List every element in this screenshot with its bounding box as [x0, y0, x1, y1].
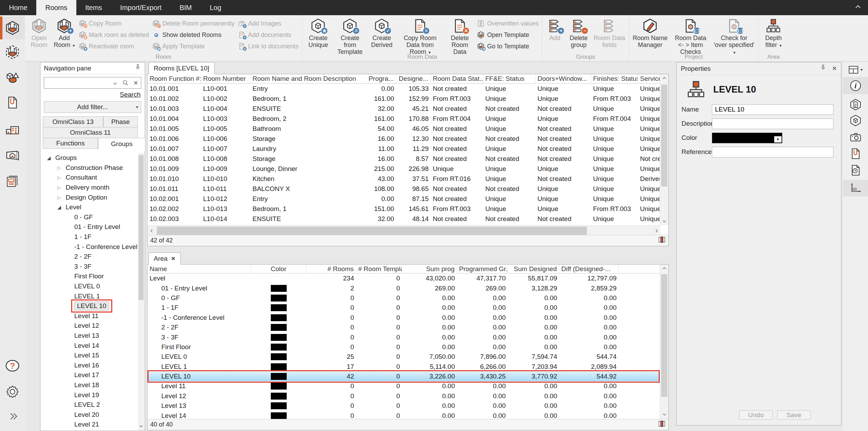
table-row[interactable]: 10.01.002 L10-002 Bedroom, 1 161.00 152.… — [147, 94, 660, 104]
color-swatch[interactable] — [271, 363, 287, 370]
pin-icon[interactable] — [134, 64, 141, 73]
column-header[interactable]: Progra... — [369, 74, 396, 83]
module-documents-button[interactable] — [0, 91, 25, 114]
menu-tab-rooms[interactable]: Rooms — [36, 0, 76, 15]
module-room-templates-button[interactable] — [0, 41, 25, 64]
tree-caret-icon[interactable] — [57, 165, 66, 171]
scrollbar-thumb[interactable] — [157, 227, 587, 235]
tree-item[interactable]: Level 22 — [41, 430, 138, 431]
area-tab[interactable]: Area ✕ — [149, 252, 181, 265]
column-header[interactable]: Sum Designed — [508, 265, 559, 273]
tree-item[interactable]: Level 12 — [41, 321, 138, 331]
description-field[interactable] — [712, 118, 833, 129]
tree-item[interactable]: 3 - 3F — [41, 262, 138, 272]
tree-scrollbar-thumb[interactable] — [139, 155, 144, 300]
table-row[interactable]: 3 - 3F 0 0 0.00 0.00 0.00 0.00 — [147, 332, 660, 342]
dropdown-arrow-icon[interactable]: ▼ — [774, 136, 782, 143]
table-row[interactable]: 10.01.011 L10-011 BALCONY X 108.00 98.65… — [147, 184, 660, 194]
tree-item[interactable]: Consultant — [41, 173, 138, 183]
color-swatch[interactable] — [271, 412, 287, 419]
apply-template-button[interactable]: ⇄ Apply Template — [152, 42, 235, 50]
tab-documents[interactable] — [843, 147, 868, 161]
tree-item[interactable]: Level 21 — [41, 420, 138, 430]
tab-log[interactable] — [843, 163, 868, 177]
copy-room-data-button[interactable]: = Copy Room Data from Room ▾ — [398, 17, 442, 55]
tree-item[interactable]: -1 - Conference Level — [41, 242, 138, 252]
tree-item[interactable]: 01 - Entry Level — [41, 222, 138, 232]
tree-item[interactable]: Level 13 — [41, 331, 138, 341]
color-swatch[interactable] — [271, 334, 287, 341]
tree-item[interactable]: Level 15 — [41, 351, 138, 361]
color-swatch[interactable] — [271, 295, 287, 301]
color-picker[interactable]: ▼ — [712, 133, 782, 143]
menu-tab-log[interactable]: Log — [201, 0, 230, 15]
table-row[interactable]: 10.01.008 L10-008 Storage 16.00 8.57 Not… — [147, 154, 660, 164]
color-swatch[interactable] — [271, 393, 287, 400]
filter-tab-groups[interactable]: Groups — [98, 138, 145, 150]
layout-switch-button[interactable]: ▾ — [843, 64, 868, 76]
filter-tab-omniclass13[interactable]: OmniClass 13 — [43, 116, 103, 127]
tree-item[interactable]: Level 16 — [41, 360, 138, 370]
column-header[interactable]: Programmed Gr... — [457, 265, 508, 273]
create-unique-button[interactable]: ★ Create Unique — [306, 17, 331, 48]
color-swatch[interactable] — [271, 285, 287, 292]
check-over-specified-button[interactable]: 1:1 Check for 'over specified' ▾ — [713, 17, 755, 55]
column-header[interactable]: Services — [638, 74, 660, 83]
reactivate-room-button[interactable]: ✕ Reactivate room — [79, 42, 149, 50]
column-header[interactable]: Room Name and Room Description — [250, 74, 369, 83]
column-header[interactable]: Room Function #: — [147, 74, 201, 83]
open-room-button[interactable]: Open Room — [28, 17, 50, 48]
clear-search-icon[interactable]: ✕ — [131, 79, 141, 87]
help-button[interactable] — [0, 354, 25, 377]
search-input[interactable] — [44, 79, 110, 87]
link-documents-button[interactable]: ∞ Link to documents — [238, 42, 298, 50]
menu-tab-import-export[interactable]: Import/Export — [111, 0, 171, 15]
table-row[interactable]: 10.02.002 L10-013 Bedroom, 1 151.00 145.… — [147, 204, 660, 214]
add-images-button[interactable]: + Add Images — [238, 19, 298, 28]
tree-item[interactable]: Groups — [41, 153, 138, 163]
table-row[interactable]: Level 12 0 0 0.00 0.00 0.00 0.00 — [147, 391, 660, 401]
table-row[interactable]: 10.02.001 L10-012 Entry 0.00 87.15 Not c… — [147, 194, 660, 204]
tree-item[interactable]: LEVEL 10 — [41, 301, 138, 311]
name-field[interactable] — [712, 104, 833, 115]
save-button[interactable]: Save — [777, 410, 811, 420]
column-header[interactable]: Name — [147, 265, 251, 273]
tree-item[interactable]: 2 - 2F — [41, 252, 138, 262]
table-row[interactable]: 10.01.001 L10-001 Entry 0.00 105.33 Not … — [147, 84, 660, 94]
table-row[interactable]: 10.01.009 L10-009 Lounge, Dinner 215.00 … — [147, 164, 660, 174]
tree-item[interactable]: Construction Phase — [41, 163, 138, 173]
module-systems-button[interactable] — [0, 117, 25, 140]
go-to-template-button[interactable]: ➔ Go to Template — [477, 42, 538, 50]
tree-caret-icon[interactable] — [57, 175, 66, 180]
overwritten-values-button[interactable]: Overwritten values — [477, 19, 538, 28]
color-swatch[interactable] — [271, 353, 287, 360]
column-header[interactable]: Designe... — [396, 74, 431, 83]
scroll-down-icon[interactable] — [660, 410, 669, 418]
mark-room-deleted-button[interactable]: ✕ Mark room as deleted — [79, 31, 149, 39]
delete-room-data-button[interactable]: ✕ Delete Room Data — [446, 17, 474, 55]
table-row[interactable]: Level 234 0 43,020.00 47,317.70 55,817.0… — [147, 274, 660, 283]
module-visualization-button[interactable] — [0, 144, 25, 166]
tab-items[interactable] — [843, 114, 868, 127]
table-row[interactable]: First Floor 0 0 0.00 0.00 0.00 0.00 — [147, 342, 660, 352]
module-items-button[interactable] — [0, 66, 25, 88]
color-swatch[interactable] — [271, 304, 287, 311]
column-header[interactable]: # Room Templa... — [356, 265, 402, 273]
tab-info[interactable] — [843, 77, 868, 94]
filter-tab-functions[interactable]: Functions — [43, 138, 98, 149]
table-row[interactable]: LEVEL 10 42 0 3,226.00 3,430.25 3,770.92… — [147, 372, 660, 381]
depth-filter-button[interactable]: Depth filter ▾ — [762, 17, 785, 48]
create-derived-button[interactable]: ✓ Create Derived — [369, 17, 394, 48]
scroll-left-icon[interactable] — [147, 226, 156, 236]
scroll-right-icon[interactable] — [651, 226, 660, 236]
color-swatch[interactable] — [271, 324, 287, 331]
tab-images[interactable] — [843, 130, 868, 144]
column-header[interactable]: Room Number — [201, 74, 250, 83]
search-link[interactable]: Search — [120, 91, 141, 98]
table-row[interactable]: 10.02.003 L10-014 ENSUITE 32.00 48.14 No… — [147, 214, 660, 224]
tree-item[interactable]: LEVEL 0 — [41, 281, 138, 291]
tree-item[interactable]: Level 18 — [41, 380, 138, 390]
tree-item[interactable]: Level 20 — [41, 410, 138, 420]
table-row[interactable]: 10.01.003 L10-004 ENSUITE 32.00 45.21 No… — [147, 104, 660, 114]
rooms-horizontal-scrollbar[interactable] — [147, 225, 660, 236]
